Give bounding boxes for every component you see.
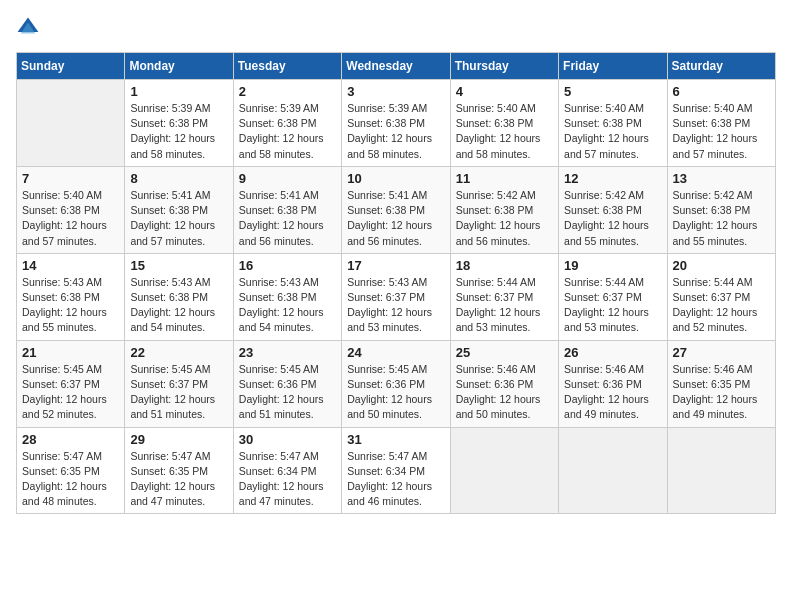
calendar-cell bbox=[667, 427, 775, 514]
day-number: 25 bbox=[456, 345, 553, 360]
day-number: 23 bbox=[239, 345, 336, 360]
weekday-header-row: SundayMondayTuesdayWednesdayThursdayFrid… bbox=[17, 53, 776, 80]
calendar-cell: 18Sunrise: 5:44 AMSunset: 6:37 PMDayligh… bbox=[450, 253, 558, 340]
weekday-header-wednesday: Wednesday bbox=[342, 53, 450, 80]
day-number: 6 bbox=[673, 84, 770, 99]
calendar-cell: 10Sunrise: 5:41 AMSunset: 6:38 PMDayligh… bbox=[342, 166, 450, 253]
day-info: Sunrise: 5:40 AMSunset: 6:38 PMDaylight:… bbox=[456, 101, 553, 162]
day-number: 7 bbox=[22, 171, 119, 186]
calendar-cell bbox=[17, 80, 125, 167]
calendar-cell: 9Sunrise: 5:41 AMSunset: 6:38 PMDaylight… bbox=[233, 166, 341, 253]
calendar-cell: 14Sunrise: 5:43 AMSunset: 6:38 PMDayligh… bbox=[17, 253, 125, 340]
calendar-week-row: 14Sunrise: 5:43 AMSunset: 6:38 PMDayligh… bbox=[17, 253, 776, 340]
day-info: Sunrise: 5:40 AMSunset: 6:38 PMDaylight:… bbox=[673, 101, 770, 162]
day-info: Sunrise: 5:43 AMSunset: 6:38 PMDaylight:… bbox=[130, 275, 227, 336]
calendar-cell: 27Sunrise: 5:46 AMSunset: 6:35 PMDayligh… bbox=[667, 340, 775, 427]
day-info: Sunrise: 5:47 AMSunset: 6:34 PMDaylight:… bbox=[347, 449, 444, 510]
calendar-cell: 25Sunrise: 5:46 AMSunset: 6:36 PMDayligh… bbox=[450, 340, 558, 427]
weekday-header-saturday: Saturday bbox=[667, 53, 775, 80]
day-info: Sunrise: 5:46 AMSunset: 6:36 PMDaylight:… bbox=[456, 362, 553, 423]
day-number: 20 bbox=[673, 258, 770, 273]
day-number: 16 bbox=[239, 258, 336, 273]
calendar-cell: 20Sunrise: 5:44 AMSunset: 6:37 PMDayligh… bbox=[667, 253, 775, 340]
day-number: 30 bbox=[239, 432, 336, 447]
calendar-week-row: 7Sunrise: 5:40 AMSunset: 6:38 PMDaylight… bbox=[17, 166, 776, 253]
day-number: 19 bbox=[564, 258, 661, 273]
calendar-table: SundayMondayTuesdayWednesdayThursdayFrid… bbox=[16, 52, 776, 514]
calendar-week-row: 1Sunrise: 5:39 AMSunset: 6:38 PMDaylight… bbox=[17, 80, 776, 167]
weekday-header-sunday: Sunday bbox=[17, 53, 125, 80]
calendar-cell: 21Sunrise: 5:45 AMSunset: 6:37 PMDayligh… bbox=[17, 340, 125, 427]
logo-icon bbox=[16, 16, 40, 40]
calendar-cell: 8Sunrise: 5:41 AMSunset: 6:38 PMDaylight… bbox=[125, 166, 233, 253]
calendar-cell: 29Sunrise: 5:47 AMSunset: 6:35 PMDayligh… bbox=[125, 427, 233, 514]
day-info: Sunrise: 5:45 AMSunset: 6:37 PMDaylight:… bbox=[22, 362, 119, 423]
day-number: 24 bbox=[347, 345, 444, 360]
day-number: 31 bbox=[347, 432, 444, 447]
calendar-cell: 13Sunrise: 5:42 AMSunset: 6:38 PMDayligh… bbox=[667, 166, 775, 253]
calendar-cell: 5Sunrise: 5:40 AMSunset: 6:38 PMDaylight… bbox=[559, 80, 667, 167]
calendar-cell: 26Sunrise: 5:46 AMSunset: 6:36 PMDayligh… bbox=[559, 340, 667, 427]
day-number: 28 bbox=[22, 432, 119, 447]
day-number: 26 bbox=[564, 345, 661, 360]
day-info: Sunrise: 5:41 AMSunset: 6:38 PMDaylight:… bbox=[130, 188, 227, 249]
day-number: 13 bbox=[673, 171, 770, 186]
day-info: Sunrise: 5:39 AMSunset: 6:38 PMDaylight:… bbox=[239, 101, 336, 162]
day-number: 10 bbox=[347, 171, 444, 186]
calendar-cell: 3Sunrise: 5:39 AMSunset: 6:38 PMDaylight… bbox=[342, 80, 450, 167]
day-number: 3 bbox=[347, 84, 444, 99]
calendar-cell: 12Sunrise: 5:42 AMSunset: 6:38 PMDayligh… bbox=[559, 166, 667, 253]
day-info: Sunrise: 5:39 AMSunset: 6:38 PMDaylight:… bbox=[130, 101, 227, 162]
day-info: Sunrise: 5:39 AMSunset: 6:38 PMDaylight:… bbox=[347, 101, 444, 162]
weekday-header-friday: Friday bbox=[559, 53, 667, 80]
day-info: Sunrise: 5:47 AMSunset: 6:34 PMDaylight:… bbox=[239, 449, 336, 510]
day-info: Sunrise: 5:41 AMSunset: 6:38 PMDaylight:… bbox=[347, 188, 444, 249]
day-info: Sunrise: 5:44 AMSunset: 6:37 PMDaylight:… bbox=[673, 275, 770, 336]
calendar-cell: 6Sunrise: 5:40 AMSunset: 6:38 PMDaylight… bbox=[667, 80, 775, 167]
day-number: 18 bbox=[456, 258, 553, 273]
calendar-cell bbox=[450, 427, 558, 514]
calendar-cell: 16Sunrise: 5:43 AMSunset: 6:38 PMDayligh… bbox=[233, 253, 341, 340]
day-info: Sunrise: 5:44 AMSunset: 6:37 PMDaylight:… bbox=[456, 275, 553, 336]
day-number: 21 bbox=[22, 345, 119, 360]
logo bbox=[16, 16, 44, 40]
weekday-header-monday: Monday bbox=[125, 53, 233, 80]
calendar-cell: 31Sunrise: 5:47 AMSunset: 6:34 PMDayligh… bbox=[342, 427, 450, 514]
day-number: 5 bbox=[564, 84, 661, 99]
day-info: Sunrise: 5:43 AMSunset: 6:38 PMDaylight:… bbox=[22, 275, 119, 336]
calendar-cell: 15Sunrise: 5:43 AMSunset: 6:38 PMDayligh… bbox=[125, 253, 233, 340]
day-info: Sunrise: 5:41 AMSunset: 6:38 PMDaylight:… bbox=[239, 188, 336, 249]
day-info: Sunrise: 5:45 AMSunset: 6:37 PMDaylight:… bbox=[130, 362, 227, 423]
day-number: 9 bbox=[239, 171, 336, 186]
calendar-cell: 4Sunrise: 5:40 AMSunset: 6:38 PMDaylight… bbox=[450, 80, 558, 167]
day-number: 17 bbox=[347, 258, 444, 273]
day-number: 8 bbox=[130, 171, 227, 186]
calendar-cell: 17Sunrise: 5:43 AMSunset: 6:37 PMDayligh… bbox=[342, 253, 450, 340]
day-info: Sunrise: 5:45 AMSunset: 6:36 PMDaylight:… bbox=[239, 362, 336, 423]
day-number: 27 bbox=[673, 345, 770, 360]
day-info: Sunrise: 5:40 AMSunset: 6:38 PMDaylight:… bbox=[22, 188, 119, 249]
day-info: Sunrise: 5:46 AMSunset: 6:36 PMDaylight:… bbox=[564, 362, 661, 423]
day-number: 4 bbox=[456, 84, 553, 99]
day-info: Sunrise: 5:45 AMSunset: 6:36 PMDaylight:… bbox=[347, 362, 444, 423]
day-info: Sunrise: 5:43 AMSunset: 6:38 PMDaylight:… bbox=[239, 275, 336, 336]
day-number: 15 bbox=[130, 258, 227, 273]
calendar-cell: 28Sunrise: 5:47 AMSunset: 6:35 PMDayligh… bbox=[17, 427, 125, 514]
day-number: 29 bbox=[130, 432, 227, 447]
day-info: Sunrise: 5:44 AMSunset: 6:37 PMDaylight:… bbox=[564, 275, 661, 336]
day-info: Sunrise: 5:43 AMSunset: 6:37 PMDaylight:… bbox=[347, 275, 444, 336]
calendar-cell: 19Sunrise: 5:44 AMSunset: 6:37 PMDayligh… bbox=[559, 253, 667, 340]
day-number: 2 bbox=[239, 84, 336, 99]
calendar-week-row: 28Sunrise: 5:47 AMSunset: 6:35 PMDayligh… bbox=[17, 427, 776, 514]
day-info: Sunrise: 5:42 AMSunset: 6:38 PMDaylight:… bbox=[564, 188, 661, 249]
day-info: Sunrise: 5:42 AMSunset: 6:38 PMDaylight:… bbox=[673, 188, 770, 249]
weekday-header-tuesday: Tuesday bbox=[233, 53, 341, 80]
calendar-cell: 30Sunrise: 5:47 AMSunset: 6:34 PMDayligh… bbox=[233, 427, 341, 514]
calendar-cell: 23Sunrise: 5:45 AMSunset: 6:36 PMDayligh… bbox=[233, 340, 341, 427]
day-info: Sunrise: 5:40 AMSunset: 6:38 PMDaylight:… bbox=[564, 101, 661, 162]
calendar-cell: 7Sunrise: 5:40 AMSunset: 6:38 PMDaylight… bbox=[17, 166, 125, 253]
day-number: 12 bbox=[564, 171, 661, 186]
day-info: Sunrise: 5:46 AMSunset: 6:35 PMDaylight:… bbox=[673, 362, 770, 423]
calendar-cell: 24Sunrise: 5:45 AMSunset: 6:36 PMDayligh… bbox=[342, 340, 450, 427]
weekday-header-thursday: Thursday bbox=[450, 53, 558, 80]
